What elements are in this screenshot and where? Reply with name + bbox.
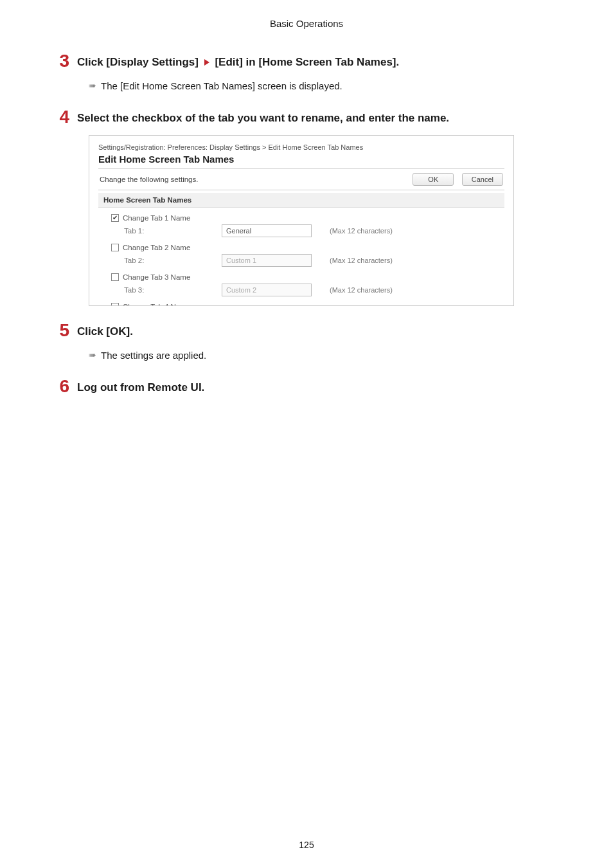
panel-title: Edit Home Screen Tab Names: [98, 154, 504, 165]
checkbox-icon[interactable]: [111, 244, 119, 251]
step-3: 3 Click [Display Settings] [Edit] in [Ho…: [55, 52, 558, 70]
checkbox-icon[interactable]: [111, 303, 119, 306]
tab-name-input[interactable]: General: [222, 224, 312, 237]
tab-name-input[interactable]: Custom 1: [222, 254, 312, 267]
tab-input-row: Tab 3: Custom 2 (Max 12 characters): [98, 282, 504, 300]
step-heading-part-a: Click [Display Settings]: [77, 56, 202, 68]
tab-input-row: Tab 1: General (Max 12 characters): [98, 223, 504, 241]
action-bar-text: Change the following settings.: [100, 176, 198, 183]
ok-button[interactable]: OK: [413, 173, 454, 186]
checkbox-icon[interactable]: [111, 273, 119, 281]
tab-input-row: Tab 2: Custom 1 (Max 12 characters): [98, 253, 504, 271]
step-3-result: ➠ The [Edit Home Screen Tab Names] scree…: [89, 79, 558, 93]
result-arrow-icon: ➠: [89, 79, 96, 93]
step-heading: Click [OK].: [77, 321, 133, 339]
checkbox-icon[interactable]: ✔: [111, 214, 119, 222]
tab-row: Change Tab 3 Name: [98, 271, 504, 282]
field-label: Tab 1:: [124, 227, 222, 235]
action-bar: Change the following settings. OK Cancel: [98, 168, 504, 190]
action-bar-buttons: OK Cancel: [407, 173, 503, 186]
checkbox-label: Change Tab 3 Name: [123, 273, 190, 281]
tab-row: Change Tab 4 Name: [98, 300, 504, 306]
checkbox-label: Change Tab 1 Name: [123, 214, 190, 222]
checkbox-label: Change Tab 2 Name: [123, 244, 190, 251]
section-header: Home Screen Tab Names: [98, 193, 504, 208]
step-4: 4 Select the checkbox of the tab you wan…: [55, 108, 558, 126]
step-number: 3: [55, 52, 69, 70]
result-text: The settings are applied.: [101, 348, 206, 362]
step-heading-part-b: [Edit] in [Home Screen Tab Names].: [212, 56, 400, 68]
step-heading: Select the checkbox of the tab you want …: [77, 108, 449, 126]
step-number: 4: [55, 108, 69, 126]
section-body: ✔ Change Tab 1 Name Tab 1: General (Max …: [98, 208, 504, 306]
triangle-right-icon: [204, 59, 209, 66]
max-chars-hint: (Max 12 characters): [330, 257, 393, 264]
tab-row: Change Tab 2 Name: [98, 241, 504, 253]
cancel-button[interactable]: Cancel: [462, 173, 503, 186]
max-chars-hint: (Max 12 characters): [330, 286, 393, 294]
field-label: Tab 3:: [124, 286, 222, 294]
step-5-result: ➠ The settings are applied.: [89, 348, 558, 362]
step-heading: Log out from Remote UI.: [77, 377, 204, 395]
checkbox-label: Change Tab 4 Name: [123, 303, 190, 306]
field-label: Tab 2:: [124, 257, 222, 264]
result-arrow-icon: ➠: [89, 348, 96, 362]
step-number: 5: [55, 321, 69, 339]
page-number: 125: [0, 840, 613, 850]
tab-row: ✔ Change Tab 1 Name: [98, 212, 504, 223]
page-header: Basic Operations: [55, 18, 558, 29]
step-6: 6 Log out from Remote UI.: [55, 377, 558, 395]
result-text: The [Edit Home Screen Tab Names] screen …: [101, 79, 342, 93]
breadcrumb: Settings/Registration: Preferences: Disp…: [98, 143, 504, 151]
edit-tab-names-screenshot: Settings/Registration: Preferences: Disp…: [89, 135, 514, 306]
tab-name-input[interactable]: Custom 2: [222, 284, 312, 296]
max-chars-hint: (Max 12 characters): [330, 227, 393, 235]
step-number: 6: [55, 377, 69, 395]
step-heading: Click [Display Settings] [Edit] in [Home…: [77, 52, 399, 70]
step-5: 5 Click [OK].: [55, 321, 558, 339]
